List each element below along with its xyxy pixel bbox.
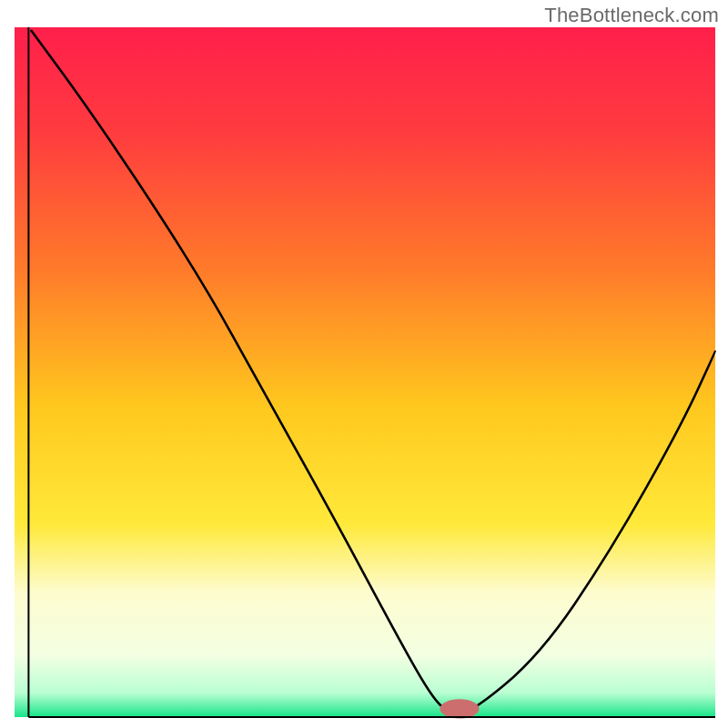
- optimal-marker: [440, 699, 479, 718]
- chart-container: TheBottleneck.com: [0, 0, 728, 728]
- plot-background: [15, 27, 715, 717]
- bottleneck-chart: [0, 0, 728, 728]
